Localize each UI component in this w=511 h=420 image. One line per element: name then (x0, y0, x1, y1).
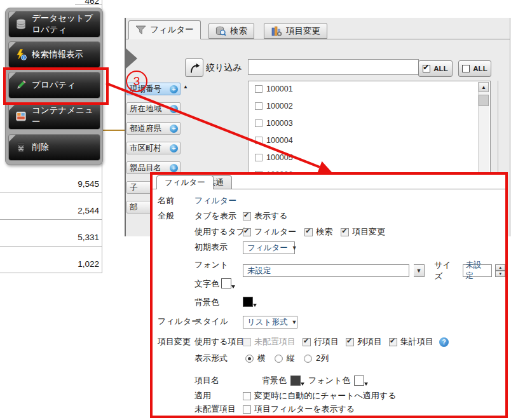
field-button-shikuchoson[interactable]: 市区町村 (126, 142, 181, 154)
text-color-label: 文字色 (194, 278, 219, 290)
funnel-icon (135, 25, 146, 35)
step-number: 3 (133, 74, 140, 88)
option-label: 未配置項目 (254, 336, 296, 348)
field-label: 部 (130, 202, 138, 213)
value-label: 100004 (266, 136, 293, 145)
show-item-filter-checkbox[interactable] (243, 405, 251, 414)
add-field-icon[interactable] (170, 105, 178, 113)
format-horizontal-radio[interactable] (245, 355, 254, 363)
spin-down-icon[interactable]: ▼ (495, 271, 505, 277)
value-row[interactable]: 100002 (255, 102, 293, 111)
option-label: 横 (257, 353, 266, 364)
deselect-all-button[interactable]: ALL (458, 60, 491, 77)
row-style: フィルター スタイル リスト形式 ▼ (153, 316, 505, 329)
selected-value: フィルター (243, 243, 292, 254)
format-vertical-radio[interactable] (275, 355, 283, 363)
field-button-shozai-chiiki[interactable]: 所在地域 (126, 102, 181, 115)
item-change-label: 項目変更 (158, 336, 191, 348)
spin-up-icon[interactable]: ▲ (495, 264, 505, 271)
option-label: フィルター (254, 226, 296, 238)
trash-icon (15, 142, 27, 153)
menu-item-label: コンテナメニュー (32, 105, 100, 128)
field-label: 親品目名 (130, 163, 161, 173)
table-value: 462 (61, 0, 99, 6)
value-checkbox[interactable] (255, 102, 262, 110)
value-checkbox[interactable] (255, 119, 262, 127)
narrow-down-input[interactable] (248, 59, 419, 75)
item-name-label: 項目名 (194, 375, 219, 386)
font-dropdown-button[interactable]: ▼ (414, 264, 425, 277)
initial-display-select[interactable]: フィルター ▼ (243, 241, 295, 254)
field-label: 市区町村 (130, 143, 161, 154)
menu-item-dataset-properties[interactable]: データセットプロパティ (8, 11, 100, 37)
search-database-icon (215, 26, 226, 36)
value-row[interactable]: 100003 (255, 119, 293, 128)
text-color-swatch[interactable] (221, 278, 231, 288)
field-label: 所在地域 (130, 104, 161, 114)
dialog-tab-filter[interactable]: フィルター (156, 175, 214, 189)
menu-item-search-info[interactable]: i 検索情報表示 (8, 41, 100, 68)
apply-option-label: 変更時に自動的にチャートへ適用する (254, 390, 396, 402)
menu-item-container-menu[interactable]: コンテナメニュー (8, 103, 100, 130)
pivot-arrow-button[interactable] (185, 58, 203, 77)
row-items-checkbox[interactable] (303, 338, 311, 346)
panel-collapse-handle[interactable] (126, 48, 137, 69)
tab-filter-label: フィルター (150, 24, 194, 36)
menu-item-label: 削除 (32, 142, 49, 153)
value-checkbox[interactable] (255, 137, 262, 144)
general-label: 全般 (158, 210, 174, 222)
value-row[interactable]: 100001 (255, 85, 293, 93)
summary-items-checkbox[interactable] (389, 338, 397, 346)
scroll-up-button[interactable]: ▲ (479, 82, 489, 92)
auto-apply-checkbox[interactable] (243, 392, 251, 400)
database-icon (15, 18, 27, 30)
table-value: 9,545 (61, 179, 99, 189)
size-spinner[interactable]: 未設定 (463, 264, 493, 277)
value-checkbox[interactable] (255, 85, 262, 93)
use-tab-search-checkbox[interactable] (304, 228, 313, 236)
row-name: 名前 フィルター (153, 195, 505, 208)
value-row[interactable]: 100005 (255, 153, 293, 162)
tab-search[interactable]: 検索 (208, 23, 254, 39)
format-two-column-radio[interactable] (304, 355, 312, 363)
tab-item-change[interactable]: 項目変更 (264, 23, 327, 39)
field-button-todofuken[interactable]: 都道府県 (126, 122, 181, 135)
value-row[interactable]: 100004 (255, 136, 293, 145)
unplaced-items-checkbox (243, 338, 251, 346)
row-font: フォント 未設定 ▼ サイズ 未設定 ▲▼ (153, 259, 505, 272)
use-tab-item-change-checkbox[interactable] (341, 228, 349, 236)
value-checkbox[interactable] (255, 154, 262, 161)
svg-text:i: i (23, 55, 24, 60)
item-bg-swatch[interactable] (290, 376, 301, 386)
add-field-icon[interactable] (170, 144, 178, 152)
bg-color-swatch[interactable] (243, 297, 253, 307)
font-select[interactable]: 未設定 (243, 264, 409, 277)
add-field-icon[interactable] (170, 125, 178, 133)
style-select[interactable]: リスト形式 ▼ (243, 316, 297, 329)
deselect-all-label: ALL (473, 65, 487, 72)
table-value: 1,022 (61, 259, 99, 269)
column-items-checkbox[interactable] (346, 338, 354, 346)
add-field-icon[interactable] (170, 85, 178, 93)
value-label: 100005 (266, 153, 293, 162)
tab-item-change-label: 項目変更 (286, 25, 320, 37)
tab-filter[interactable]: フィルター (128, 20, 201, 39)
row-item-name: 項目名 背景色 フォント色 (153, 375, 505, 388)
option-label: 項目変更 (352, 226, 385, 238)
item-bg-label: 背景色 (262, 375, 287, 386)
field-list-scroll-up-icon[interactable]: ▲ (183, 84, 188, 90)
menu-item-delete[interactable]: 削除 (8, 134, 100, 161)
help-icon[interactable] (439, 337, 449, 347)
item-font-swatch[interactable] (354, 376, 364, 386)
size-spin-buttons[interactable]: ▲▼ (495, 264, 505, 277)
use-tab-filter-checkbox[interactable] (243, 228, 251, 236)
initial-display-label: 初期表示 (194, 241, 228, 253)
select-all-button[interactable]: ALL (418, 60, 453, 77)
row-display-format: 表示形式 横 縦 2列 (153, 353, 505, 365)
option-label: 2列 (316, 353, 329, 364)
tab-show-checkbox[interactable] (243, 212, 251, 220)
row-unplaced: 未配置項目 項目フィルターを表示する (153, 403, 505, 416)
highlight-box (3, 67, 109, 105)
add-field-icon[interactable] (170, 164, 178, 172)
scrollbar-thumb[interactable] (479, 95, 489, 106)
